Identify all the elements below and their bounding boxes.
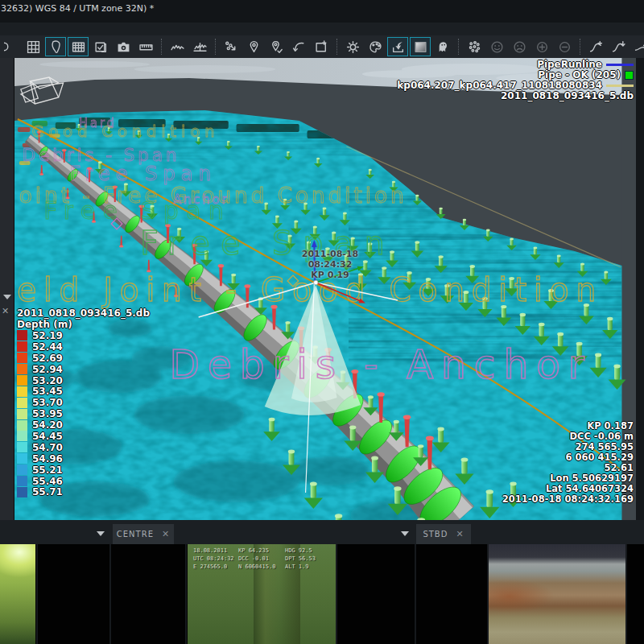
panel-close-icon[interactable]: ✕ [2, 306, 9, 316]
watermark-text: Good Condition [31, 122, 219, 141]
depth-value: 52.94 [32, 364, 63, 375]
annotation-date: 2011-08-18 [278, 249, 382, 259]
depth-value: 53.70 [32, 397, 63, 408]
terrain-mesh-icon[interactable] [68, 37, 89, 56]
video-stbd-camera[interactable] [489, 544, 625, 644]
depth-value: 55.21 [32, 464, 63, 476]
tab-stbd-close-icon[interactable]: ✕ [456, 529, 464, 539]
profile-axis-icon[interactable] [189, 37, 210, 56]
tab-centre-label: CENTRE [117, 530, 154, 539]
ruler-icon[interactable] [135, 37, 156, 56]
import-view-icon[interactable] [387, 37, 408, 56]
tab-stbd[interactable]: STBD ✕ [416, 524, 471, 544]
video-centre-camera[interactable]: 18.08.2011KP 64.235HDG 92.5UTC 08:24:32D… [188, 544, 336, 644]
depth-value: 52.19 [32, 330, 63, 341]
video-overlay-text: UTC 08:24:32 [193, 555, 234, 562]
point-cloud-icon[interactable] [464, 37, 485, 56]
video-overlay-text: ALT 1.9 [285, 564, 309, 570]
depth-swatch [17, 464, 27, 475]
undo-curve-icon[interactable] [288, 37, 309, 56]
grid-view-icon[interactable] [23, 37, 43, 56]
depth-value: 54.70 [32, 442, 63, 453]
toolbar-separator [580, 39, 580, 55]
brightness-icon[interactable] [342, 37, 363, 56]
panel-dropdown-icon[interactable] [3, 295, 11, 299]
tab-centre-close-icon[interactable]: ✕ [162, 529, 170, 539]
spline-import-icon[interactable] [608, 37, 629, 56]
toolbar-separator [161, 39, 162, 55]
depth-swatch [17, 487, 27, 497]
depth-swatch [17, 341, 27, 352]
annotation-time: 08:24:32 [278, 259, 382, 270]
depth-swatch [17, 431, 27, 441]
camera-icon[interactable] [113, 37, 134, 56]
shading-icon[interactable] [410, 37, 431, 56]
side-panel-strip: ✕ [0, 58, 14, 520]
depth-legend-row: 54.20 [17, 419, 150, 431]
3d-viewport[interactable]: Good ConditionHardDebris - SpanFree Span… [14, 58, 636, 520]
menu-band [0, 23, 644, 35]
legend-swatch [625, 71, 634, 80]
depth-value: 54.20 [32, 419, 63, 431]
toolbar-separator [336, 39, 337, 55]
workspace: ✕ [0, 58, 644, 520]
video-dropdown-icon[interactable] [401, 531, 409, 536]
tab-stbd-label: STBD [423, 530, 448, 539]
depth-legend-row: 55.21 [17, 464, 150, 476]
kp-annotation: 2011-08-18 08:24:32 KP 0.19 [278, 249, 382, 280]
remove-point-icon[interactable] [554, 37, 575, 56]
telemetry-line: 2011-08-18 08:24:32.169 [502, 494, 634, 505]
scene-legend: PipeRunlinePipe - OK (205)kp064.207_kp06… [397, 60, 634, 101]
video-dropdown-icon[interactable] [97, 531, 105, 536]
palette-icon[interactable] [365, 37, 386, 56]
depth-legend-row: 53.95 [17, 408, 150, 419]
sad-face-icon[interactable] [509, 37, 530, 56]
watermark-text: Hard [79, 116, 117, 130]
happy-face-icon[interactable] [486, 37, 507, 56]
legend-swatch [606, 85, 634, 87]
depth-swatch [17, 364, 27, 374]
depth-swatch [17, 420, 27, 431]
video-overlay-text: N 6060415.0 [238, 564, 275, 570]
video-strip: 18.08.2011KP 64.235HDG 92.5UTC 08:24:32D… [0, 544, 644, 644]
depth-value: 53.20 [32, 375, 63, 386]
depth-value: 52.69 [32, 353, 63, 364]
video-overlay-text: E 274565.0 [193, 564, 227, 570]
depth-legend-row: 54.45 [17, 431, 150, 442]
depth-value: 53.45 [32, 386, 63, 397]
legend-swatch [606, 64, 634, 66]
watermark-text: Debris - Anchor [170, 341, 592, 388]
waypoint-icon[interactable] [243, 37, 264, 56]
depth-swatch [17, 386, 27, 397]
depth-legend-row: 53.20 [17, 375, 150, 386]
depth-swatch [17, 453, 27, 464]
route-points-icon[interactable] [221, 37, 242, 56]
depth-value: 52.44 [32, 341, 63, 353]
world-map-icon[interactable] [45, 37, 66, 56]
depth-legend: 2011_0818_093416_5.db Depth (m) 52.1952.… [17, 308, 150, 497]
depth-value: 55.71 [32, 486, 63, 497]
video-overlay-text: HDG 92.5 [285, 547, 312, 554]
main-toolbar [0, 35, 644, 58]
depth-swatch [17, 476, 27, 486]
window-title: 32632) WGS 84 / UTM zone 32N) * [1, 3, 154, 14]
depth-legend-row: 54.70 [17, 442, 150, 453]
video-overlay-text: DPT 56.53 [285, 555, 316, 562]
annotation-kp: KP 0.19 [278, 270, 382, 280]
spline-flatten-icon[interactable] [630, 37, 644, 56]
depth-swatch [17, 409, 27, 419]
title-bar: 32632) WGS 84 / UTM zone 32N) * [0, 0, 644, 23]
new-frame-icon[interactable] [311, 37, 332, 56]
snapshot-window-icon[interactable] [90, 37, 111, 56]
profile-icon[interactable] [167, 37, 188, 56]
waypoint-check-icon[interactable] [266, 37, 287, 56]
add-point-icon[interactable] [531, 37, 552, 56]
tab-centre[interactable]: CENTRE ✕ [113, 524, 174, 544]
toolbar-separator [215, 39, 216, 55]
ghost-mode-icon[interactable] [432, 37, 453, 56]
spline-add-icon[interactable] [585, 37, 606, 56]
depth-value: 54.45 [32, 431, 63, 442]
pin-partial-icon[interactable] [0, 37, 21, 56]
video-port-camera[interactable] [0, 544, 35, 644]
depth-legend-row: 52.94 [17, 364, 150, 375]
